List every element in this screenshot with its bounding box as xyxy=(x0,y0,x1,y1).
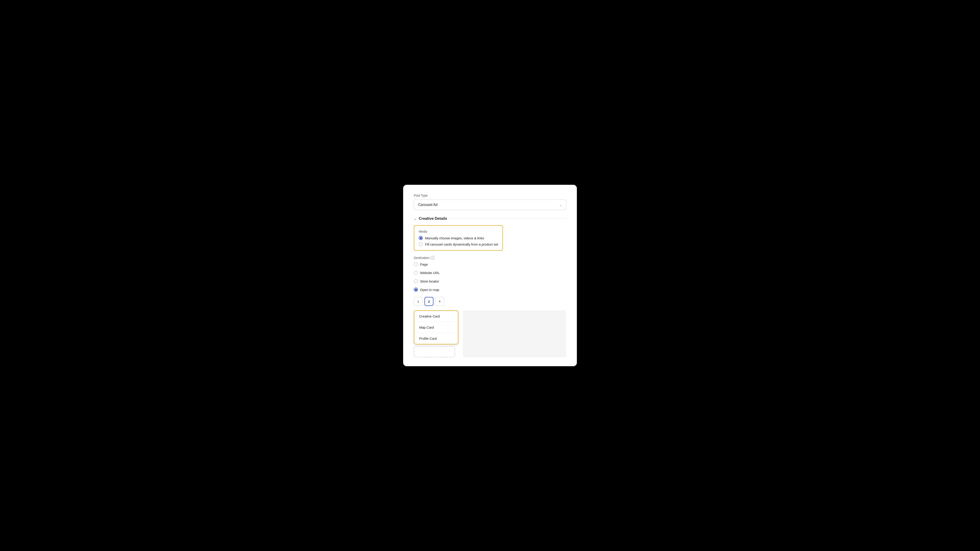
radio-website-url[interactable] xyxy=(414,271,418,275)
dropdown-item-profile-card[interactable]: Profile Card xyxy=(414,333,458,344)
section-divider xyxy=(449,219,566,219)
media-option-dynamic-label: Fill carousel cards dynamically from a p… xyxy=(425,243,498,246)
destination-page-label: Page xyxy=(420,262,428,266)
dropdown-item-creative-card[interactable]: Creative Card xyxy=(414,311,458,322)
radio-page[interactable] xyxy=(414,262,418,266)
post-type-select[interactable]: Carousel Ad xyxy=(414,200,566,210)
radio-store-locator[interactable] xyxy=(414,279,418,283)
main-container: Post Type Carousel Ad ⌄ ⌄ Creative Detai… xyxy=(0,0,980,551)
chevron-collapse-icon[interactable]: ⌄ xyxy=(414,217,417,221)
tab-2[interactable]: 2 xyxy=(425,297,433,306)
destination-label: Destination i xyxy=(414,256,566,260)
creative-details-title: Creative Details xyxy=(419,216,447,221)
dashed-placeholder xyxy=(414,346,455,357)
destination-option-store-locator[interactable]: Store locator xyxy=(414,279,566,283)
tab-add-button[interactable]: + xyxy=(435,297,444,306)
tab-row: 1 2 + xyxy=(414,297,566,306)
panel: Post Type Carousel Ad ⌄ ⌄ Creative Detai… xyxy=(403,185,577,366)
destination-section: Destination i Page Website URL Store loc… xyxy=(414,256,566,292)
dropdown-item-map-card[interactable]: Map Card xyxy=(414,322,458,333)
destination-website-url-label: Website URL xyxy=(420,271,440,275)
post-type-label: Post Type xyxy=(414,194,566,197)
destination-store-locator-label: Store locator xyxy=(420,279,439,283)
tab-1[interactable]: 1 xyxy=(414,297,423,306)
destination-options: Page Website URL Store locator Open in m… xyxy=(414,262,566,292)
media-option-manual-label: Manually choose images, videos & links xyxy=(425,236,484,240)
radio-manual[interactable] xyxy=(419,236,423,240)
media-option-dynamic[interactable]: Fill carousel cards dynamically from a p… xyxy=(419,242,498,246)
dropdown-container: Creative Card Map Card Profile Card xyxy=(414,310,458,357)
media-box: Media Manually choose images, videos & l… xyxy=(414,225,503,251)
right-content-area xyxy=(463,310,566,357)
media-option-manual[interactable]: Manually choose images, videos & links xyxy=(419,236,498,240)
destination-open-in-map-label: Open in map xyxy=(420,288,439,292)
dropdown-menu: Creative Card Map Card Profile Card xyxy=(414,310,458,345)
destination-info-icon[interactable]: i xyxy=(431,256,434,260)
lower-section: Creative Card Map Card Profile Card xyxy=(414,310,566,357)
radio-open-in-map[interactable] xyxy=(414,287,418,292)
destination-option-website-url[interactable]: Website URL xyxy=(414,271,566,275)
creative-details-header: ⌄ Creative Details xyxy=(414,216,566,221)
post-type-select-wrapper[interactable]: Carousel Ad ⌄ xyxy=(414,200,566,210)
media-label: Media xyxy=(419,230,498,233)
radio-dynamic[interactable] xyxy=(419,242,423,246)
destination-option-open-in-map[interactable]: Open in map xyxy=(414,287,566,292)
destination-option-page[interactable]: Page xyxy=(414,262,566,266)
